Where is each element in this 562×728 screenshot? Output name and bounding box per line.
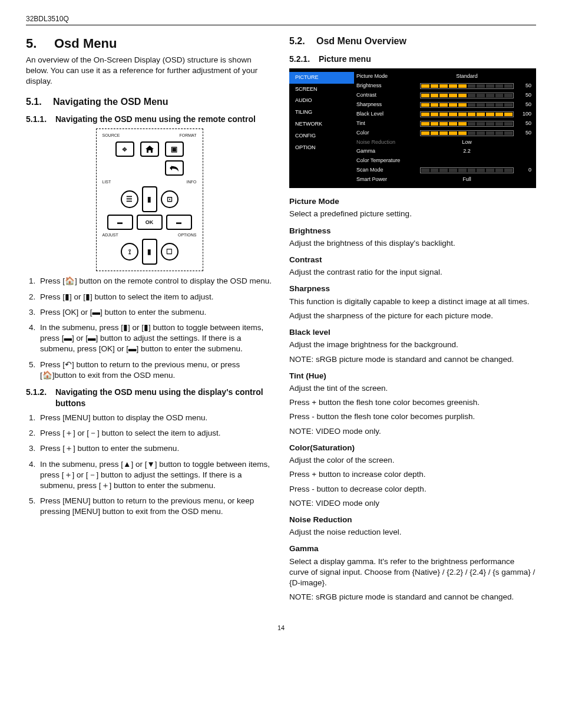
left-column: 5. Osd Menu An overview of the On-Screen… [26, 31, 273, 606]
setting-desc-text: Adjust the tint of the screen. [289, 383, 536, 394]
osd-slider-value: 100 [517, 111, 531, 117]
setting-desc-heading: Gamma [289, 543, 536, 554]
osd-setting-row: Brightness50 [356, 81, 531, 91]
osd-setting-row: Noise ReductionLow [356, 138, 531, 147]
section-5-intro: An overview of the On-Screen Display (OS… [26, 55, 273, 87]
osd-nav-item: AUDIO [289, 95, 354, 107]
display-step-5: Press [MENU] button to return to the pre… [38, 496, 273, 517]
heading-5-2-1: 5.2.1. Picture menu [289, 54, 536, 65]
osd-slider [420, 167, 514, 173]
heading-5-num: 5. [26, 35, 40, 52]
remote-left-btn: ▬ [107, 215, 133, 230]
osd-setting-row: Color50 [356, 129, 531, 138]
remote-step-3: Press [OK] or [▬] button to enter the su… [38, 307, 273, 318]
setting-desc-text: Adjust the image brightness for the back… [289, 340, 536, 350]
setting-desc-text: This function is digitally capable to ke… [289, 297, 536, 307]
osd-setting-label: Black Level [356, 111, 416, 117]
osd-setting-label: Sharpness [356, 102, 416, 108]
osd-setting-value: 2.2 [420, 149, 514, 154]
remote-up-btn: ▮ [142, 186, 157, 212]
setting-desc-text: Adjust the noise reduction level. [289, 527, 536, 538]
osd-setting-label: Contrast [356, 93, 416, 98]
setting-desc-text: NOTE: VIDEO mode only. [289, 426, 536, 437]
osd-setting-label: Color Temperature [356, 158, 416, 164]
osd-setting-label: Noise Reduction [356, 140, 416, 146]
osd-nav-item: TILING [289, 107, 354, 118]
remote-step-1: Press [🏠] button on the remote control t… [38, 276, 273, 286]
osd-slider [420, 83, 514, 89]
remote-list-btn: ☰ [121, 190, 138, 208]
osd-setting-label: Gamma [356, 149, 416, 154]
setting-desc-heading: Color(Saturation) [289, 443, 536, 453]
remote-label-info: INFO [187, 179, 197, 185]
osd-slider [420, 93, 514, 98]
osd-slider-value: 0 [517, 167, 531, 173]
display-step-4: In the submenu, press [▲] or [▼] button … [38, 459, 273, 492]
osd-setting-row: Smart PowerFull [356, 175, 531, 185]
setting-desc-heading: Black level [289, 327, 536, 338]
osd-setting-value: Standard [420, 74, 514, 80]
remote-options-btn: ☐ [161, 243, 178, 261]
setting-desc-text: Press - button the flesh tone color beco… [289, 411, 536, 422]
setting-desc-heading: Sharpness [289, 284, 536, 294]
osd-setting-label: Scan Mode [356, 167, 416, 173]
heading-5-1-2-num: 5.1.2. [26, 387, 47, 409]
heading-5-2-title: Osd Menu Overview [316, 35, 406, 48]
heading-5-1: 5.1. Navigating the OSD Menu [26, 95, 273, 108]
setting-desc-heading: Brightness [289, 226, 536, 236]
osd-setting-row: Contrast50 [356, 91, 531, 100]
right-column: 5.2. Osd Menu Overview 5.2.1. Picture me… [289, 31, 536, 606]
remote-format-btn: ▣ [165, 141, 184, 157]
display-step-2: Press [＋] or [－] button to select the it… [38, 428, 273, 439]
setting-desc-heading: Picture Mode [289, 196, 536, 207]
osd-setting-label: Color [356, 130, 416, 136]
osd-setting-row: Picture ModeStandard [356, 72, 531, 81]
osd-setting-row: Tint50 [356, 119, 531, 129]
display-step-3: Press [＋] button to enter the submenu. [38, 443, 273, 454]
header-model: 32BDL3510Q [26, 14, 536, 25]
remote-label-adjust: ADJUST [103, 232, 118, 238]
osd-slider-value: 50 [517, 83, 531, 89]
heading-5-1-1-num: 5.1.1. [26, 114, 47, 125]
osd-slider-value: 50 [517, 121, 531, 127]
remote-source-btn: ⎆ [115, 141, 134, 157]
osd-nav-item: CONFIG [289, 130, 354, 142]
remote-label-list: LIST [103, 179, 111, 185]
setting-desc-heading: Contrast [289, 255, 536, 265]
setting-desc-text: NOTE: sRGB picture mode is standard and … [289, 354, 536, 365]
remote-label-options: OPTIONS [178, 232, 197, 238]
osd-slider-value: 50 [517, 93, 531, 98]
osd-slider [420, 102, 514, 108]
osd-nav-panel: PICTURESCREENAUDIOTILINGNETWORKCONFIGOPT… [289, 68, 354, 188]
osd-settings-panel: Picture ModeStandard Brightness50Contras… [354, 68, 536, 188]
heading-5-2: 5.2. Osd Menu Overview [289, 35, 536, 48]
remote-home-btn [140, 141, 159, 157]
home-icon [146, 146, 154, 153]
osd-slider-value: 50 [517, 102, 531, 108]
setting-desc-text: NOTE: sRGB picture mode is standard and … [289, 592, 536, 602]
osd-setting-label: Brightness [356, 83, 416, 89]
heading-5-1-num: 5.1. [26, 95, 42, 108]
heading-5-2-1-title: Picture menu [319, 54, 536, 65]
heading-5-1-title: Navigating the OSD Menu [53, 95, 168, 108]
remote-adjust-btn: ⟟ [121, 243, 138, 261]
setting-desc-heading: Noise Reduction [289, 515, 536, 525]
heading-5-1-2-title: Navigating the OSD menu using the displa… [55, 387, 273, 409]
remote-info-btn: ⊡ [161, 190, 178, 208]
heading-5-2-1-num: 5.2.1. [289, 54, 310, 65]
remote-step-4: In the submenu, press [▮] or [▮] button … [38, 322, 273, 355]
setting-desc-text: Select a display gamma. It's refer to th… [289, 556, 536, 589]
osd-setting-row: Scan Mode0 [356, 166, 531, 175]
settings-descriptions: Picture ModeSelect a predefined picture … [289, 196, 536, 602]
osd-setting-label: Picture Mode [356, 74, 416, 80]
setting-desc-text: Adjust the brightness of this display's … [289, 238, 536, 249]
osd-setting-row: Gamma2.2 [356, 147, 531, 156]
osd-setting-label: Tint [356, 121, 416, 127]
heading-5: 5. Osd Menu [26, 35, 273, 52]
remote-steps-list: Press [🏠] button on the remote control t… [26, 276, 273, 381]
osd-slider [420, 130, 514, 136]
osd-setting-value: Full [420, 177, 514, 183]
osd-slider-value: 50 [517, 130, 531, 136]
display-steps-list: Press [MENU] button to display the OSD m… [26, 413, 273, 518]
remote-label-format: FORMAT [179, 133, 196, 138]
